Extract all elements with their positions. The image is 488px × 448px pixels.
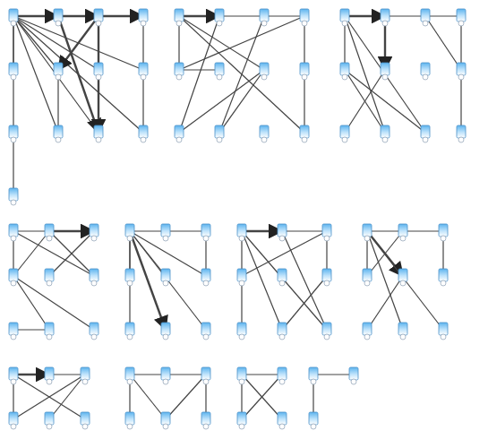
device-node-icon	[54, 125, 63, 142]
device-node-icon	[9, 63, 18, 80]
device-node-icon	[439, 323, 448, 340]
device-node-icon	[9, 269, 18, 286]
device-node-icon	[9, 188, 18, 205]
device-node-icon	[125, 412, 134, 429]
device-node-icon	[161, 224, 170, 241]
device-node-icon	[237, 323, 246, 340]
device-node-icon	[439, 224, 448, 241]
device-node-icon	[9, 367, 18, 384]
edge	[166, 375, 206, 419]
edges-layer	[13, 16, 461, 419]
device-node-icon	[201, 412, 210, 429]
edge	[367, 276, 403, 330]
edge	[282, 231, 327, 330]
edge	[58, 16, 98, 133]
device-node-icon	[175, 125, 184, 142]
device-node-icon	[201, 224, 210, 241]
device-node-icon	[175, 63, 184, 80]
device-node-icon	[125, 323, 134, 340]
device-node-icon	[278, 367, 287, 384]
device-node-icon	[54, 63, 63, 80]
device-node-icon	[421, 9, 430, 26]
device-node-icon	[81, 367, 90, 384]
edge	[367, 231, 403, 330]
device-node-icon	[139, 9, 148, 26]
device-node-icon	[125, 367, 134, 384]
device-node-icon	[340, 9, 349, 26]
device-node-icon	[237, 412, 246, 429]
edge	[179, 16, 219, 133]
edge	[58, 16, 98, 70]
edge	[425, 16, 461, 70]
device-node-icon	[322, 323, 331, 340]
device-node-icon	[201, 269, 210, 286]
device-node-icon	[398, 224, 407, 241]
device-node-icon	[421, 63, 430, 80]
edge	[242, 231, 282, 330]
device-node-icon	[9, 412, 18, 429]
device-node-icon	[45, 269, 54, 286]
device-node-icon	[363, 269, 372, 286]
device-node-icon	[309, 367, 318, 384]
device-node-icon	[237, 269, 246, 286]
edge	[219, 70, 264, 133]
device-node-icon	[94, 125, 103, 142]
device-node-icon	[237, 367, 246, 384]
device-node-icon	[90, 269, 98, 286]
device-node-icon	[9, 125, 18, 142]
device-node-icon	[322, 224, 331, 241]
device-node-icon	[125, 269, 134, 286]
device-node-icon	[309, 412, 318, 429]
device-node-icon	[215, 125, 224, 142]
device-node-icon	[161, 367, 170, 384]
device-node-icon	[457, 125, 466, 142]
device-node-icon	[340, 125, 349, 142]
edge	[130, 375, 166, 419]
device-node-icon	[94, 63, 103, 80]
edge	[13, 276, 94, 330]
edge	[13, 16, 58, 70]
device-node-icon	[175, 9, 184, 26]
device-node-icon	[381, 9, 390, 26]
device-node-icon	[278, 269, 287, 286]
device-node-icon	[260, 63, 269, 80]
edge	[179, 16, 304, 70]
device-node-icon	[94, 9, 103, 26]
device-node-icon	[215, 9, 224, 26]
device-node-icon	[457, 63, 466, 80]
device-node-icon	[457, 9, 466, 26]
device-node-icon	[340, 63, 349, 80]
edge	[13, 16, 58, 133]
device-node-icon	[90, 323, 98, 340]
device-node-icon	[161, 269, 170, 286]
device-node-icon	[300, 9, 309, 26]
device-node-icon	[349, 367, 358, 384]
device-node-icon	[278, 323, 287, 340]
device-node-icon	[278, 412, 287, 429]
device-node-icon	[215, 63, 224, 80]
edge	[13, 231, 49, 276]
device-node-icon	[421, 125, 430, 142]
device-node-icon	[398, 323, 407, 340]
device-node-icon	[45, 323, 54, 340]
device-node-icon	[201, 323, 210, 340]
device-node-icon	[439, 269, 448, 286]
device-node-icon	[9, 323, 18, 340]
edge	[179, 70, 264, 133]
edge	[130, 231, 166, 330]
device-node-icon	[161, 323, 170, 340]
device-node-icon	[90, 224, 98, 241]
device-node-icon	[363, 323, 372, 340]
device-node-icon	[161, 412, 170, 429]
device-node-icon	[260, 125, 269, 142]
device-node-icon	[300, 63, 309, 80]
device-node-icon	[398, 269, 407, 286]
network-diagram-grid	[0, 0, 488, 448]
device-node-icon	[45, 367, 54, 384]
edge	[13, 276, 49, 330]
device-node-icon	[381, 125, 390, 142]
device-node-icon	[201, 367, 210, 384]
device-node-icon	[9, 224, 18, 241]
device-node-icon	[381, 63, 390, 80]
device-node-icon	[322, 269, 331, 286]
